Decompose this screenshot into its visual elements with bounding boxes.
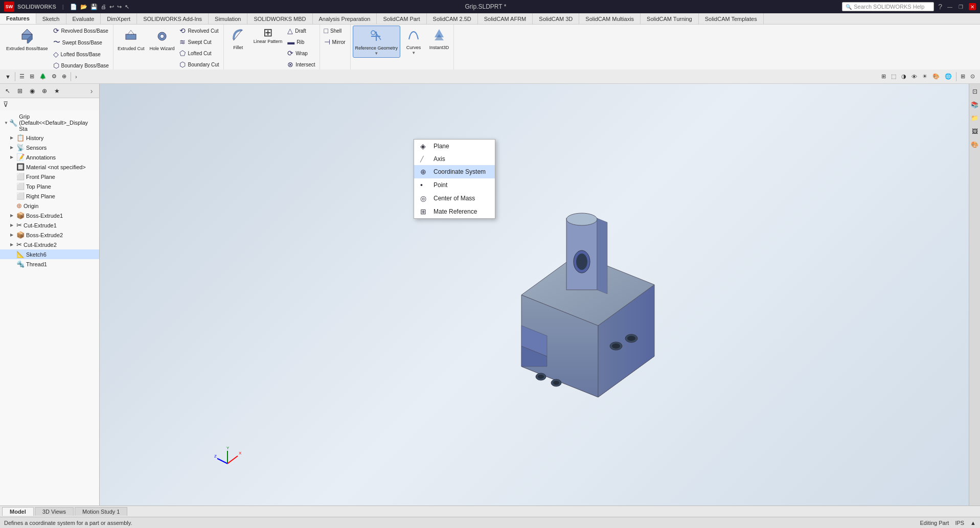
tab-solidcam-templates[interactable]: SolidCAM Templates: [699, 13, 764, 24]
view-list[interactable]: ☰: [17, 71, 27, 82]
tree-item-thread1[interactable]: 🔩 Thread1: [0, 259, 99, 269]
extruded-cut-button[interactable]: Extruded Cut: [116, 26, 147, 53]
svg-point-22: [627, 336, 635, 341]
tree-item-material[interactable]: 🔲 Material <not specified>: [0, 162, 99, 172]
fillet-button[interactable]: Fillet: [226, 26, 250, 52]
btab-motion-study[interactable]: Motion Study 1: [75, 507, 127, 516]
draft-button[interactable]: △ Draft: [285, 26, 317, 36]
lp-tool5[interactable]: ★: [51, 85, 62, 97]
tab-solidcam-turning[interactable]: SolidCAM Turning: [641, 13, 699, 24]
tab-evaluate[interactable]: Evaluate: [66, 13, 101, 24]
close-button[interactable]: ✕: [969, 3, 976, 10]
intersect-button[interactable]: ⊗ Intersect: [285, 59, 317, 70]
view-appearance-btn[interactable]: 🎨: [930, 71, 942, 82]
revolved-boss-button[interactable]: ⟳ Revolved Boss/Base: [51, 26, 111, 36]
panel-resize-handle[interactable]: [978, 0, 980, 528]
maximize-button[interactable]: ❐: [958, 3, 965, 10]
expand-arrow[interactable]: ›: [73, 71, 79, 82]
tab-features[interactable]: Features: [0, 13, 36, 24]
wrap-button[interactable]: ⟳ Wrap: [285, 48, 317, 58]
mirror-button[interactable]: ⊣ Mirror: [322, 37, 348, 47]
lp-tool4[interactable]: ⊕: [39, 85, 50, 97]
lofted-cut-button[interactable]: ⬠ Lofted Cut: [177, 48, 221, 58]
tab-simulation[interactable]: Simulation: [209, 13, 247, 24]
view-section-btn[interactable]: ⬚: [889, 71, 898, 82]
tree-item-sketch6[interactable]: 📐 Sketch6: [0, 249, 99, 259]
select-button[interactable]: ↖: [125, 4, 129, 10]
tab-analysis[interactable]: Analysis Preparation: [313, 13, 377, 24]
tab-addins[interactable]: SOLIDWORKS Add-Ins: [137, 13, 209, 24]
tree-item-sensors[interactable]: ▶ 📡 Sensors: [0, 143, 99, 152]
menu-item-center-of-mass[interactable]: ◎ Center of Mass: [414, 192, 495, 205]
menu-item-mate-reference[interactable]: ⊞ Mate Reference: [414, 205, 495, 218]
redo-button[interactable]: ↪: [117, 4, 122, 10]
instant3d-button[interactable]: Instant3D: [427, 26, 451, 52]
minimize-button[interactable]: —: [946, 3, 953, 10]
tree-item-history[interactable]: ▶ 📋 History: [0, 133, 99, 143]
tree-item-grip[interactable]: ▼ 🔧 Grip (Default<<Default>_Display Sta: [0, 112, 99, 133]
lp-tool3[interactable]: ◉: [27, 85, 38, 97]
view-props[interactable]: ⚙: [50, 71, 59, 82]
tab-dimxpert[interactable]: DimXpert: [101, 13, 137, 24]
tree-item-boss-extrude2[interactable]: ▶ 📦 Boss-Extrude2: [0, 230, 99, 240]
filter-btn[interactable]: ▼: [3, 71, 13, 82]
tab-solidcam-afrm[interactable]: SolidCAM AFRM: [478, 13, 533, 24]
boundary-cut-button[interactable]: ⬡ Boundary Cut: [177, 59, 221, 70]
view-tree[interactable]: 🌲: [37, 71, 49, 82]
btab-3d-views[interactable]: 3D Views: [35, 507, 74, 516]
tree-item-top-plane[interactable]: ⬜ Top Plane: [0, 181, 99, 191]
shell-button[interactable]: □ Shell: [322, 26, 348, 36]
view-display-btn[interactable]: ◑: [899, 71, 908, 82]
tree-item-front-plane[interactable]: ⬜ Front Plane: [0, 172, 99, 181]
tab-solidcam-25d[interactable]: SolidCAM 2.5D: [427, 13, 478, 24]
view-orient-btn[interactable]: ⊞: [879, 71, 888, 82]
tab-solidcam-3d[interactable]: SolidCAM 3D: [533, 13, 579, 24]
curves-button[interactable]: Curves ▼: [401, 26, 426, 57]
save-button[interactable]: 💾: [90, 4, 98, 10]
tab-solidcam-part[interactable]: SolidCAM Part: [377, 13, 426, 24]
tab-solidcam-multiaxis[interactable]: SolidCAM Multiaxis: [579, 13, 641, 24]
tree-item-annotations[interactable]: ▶ 📝 Annotations: [0, 152, 99, 162]
search-box[interactable]: 🔍 Search SOLIDWORKS Help: [842, 2, 934, 11]
status-expand[interactable]: ▲: [970, 520, 976, 526]
rib-button[interactable]: ▬ Rib: [285, 37, 317, 47]
tab-sketch[interactable]: Sketch: [36, 13, 66, 24]
lofted-boss-button[interactable]: ◇ Lofted Boss/Base: [51, 49, 111, 59]
tree-item-boss-extrude1[interactable]: ▶ 📦 Boss-Extrude1: [0, 211, 99, 220]
view-more3[interactable]: ⊙: [968, 71, 977, 82]
view-hide-btn[interactable]: 👁: [909, 71, 919, 82]
menu-item-plane[interactable]: ◈ Plane: [414, 140, 495, 153]
btab-model[interactable]: Model: [2, 507, 34, 516]
tree-item-right-plane[interactable]: ⬜ Right Plane: [0, 191, 99, 201]
menu-item-point[interactable]: • Point: [414, 178, 495, 192]
tree-item-origin[interactable]: ⊕ Origin: [0, 201, 99, 211]
lp-tool1[interactable]: ↖: [2, 85, 13, 97]
view-scene-btn[interactable]: 🌐: [943, 71, 954, 82]
extruded-boss-button[interactable]: Extruded Boss/Base: [4, 26, 50, 53]
lp-expand[interactable]: ›: [86, 85, 97, 97]
reference-geometry-button[interactable]: Reference Geometry ▼: [353, 26, 401, 58]
hole-wizard-button[interactable]: Hole Wizard: [147, 26, 176, 53]
open-button[interactable]: 📂: [80, 4, 87, 10]
swept-cut-button[interactable]: ≋ Swept Cut: [177, 37, 221, 47]
view-grid[interactable]: ⊞: [28, 71, 36, 82]
boundary-boss-button[interactable]: ⬡ Boundary Boss/Base: [51, 60, 111, 71]
tab-mbd[interactable]: SOLIDWORKS MBD: [247, 13, 312, 24]
print-button[interactable]: 🖨: [101, 4, 106, 10]
filter-icon[interactable]: ⊽: [3, 100, 8, 108]
undo-button[interactable]: ↩: [109, 4, 114, 10]
lp-tool2[interactable]: ⊞: [14, 85, 26, 97]
tree-item-cut-extrude2[interactable]: ▶ ✂ Cut-Extrude2: [0, 240, 99, 249]
view-more[interactable]: ⊕: [60, 71, 69, 82]
linear-pattern-button[interactable]: ⊞ Linear Pattern: [252, 26, 285, 46]
view-more2[interactable]: ⊞: [959, 71, 967, 82]
view-lights-btn[interactable]: ☀: [920, 71, 929, 82]
help-icon[interactable]: ?: [938, 3, 942, 11]
tree-item-cut-extrude1[interactable]: ▶ ✂ Cut-Extrude1: [0, 220, 99, 230]
menu-item-coordinate-system[interactable]: ⊕ Coordinate System: [414, 165, 495, 178]
viewport[interactable]: X Y Z ◈ Plane ╱ Axis ⊕ Coordinate System…: [100, 84, 969, 506]
revolved-cut-button[interactable]: ⟲ Revolved Cut: [177, 26, 221, 36]
menu-item-axis[interactable]: ╱ Axis: [414, 153, 495, 165]
swept-boss-button[interactable]: 〜 Swept Boss/Base: [51, 37, 111, 48]
new-button[interactable]: 📄: [70, 4, 77, 10]
